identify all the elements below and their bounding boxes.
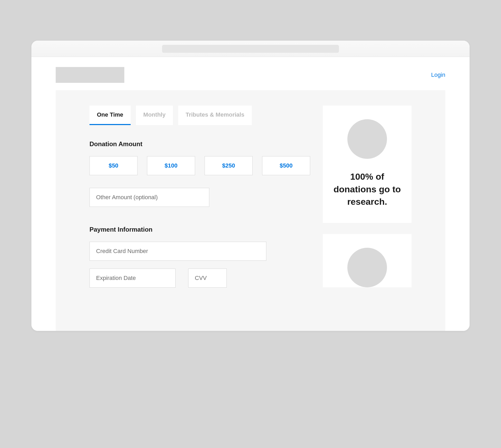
amount-button-100[interactable]: $100	[147, 156, 195, 175]
content-wrap: One Time Monthly Tributes & Memorials Do…	[56, 90, 445, 331]
payment-info-title: Payment Information	[89, 226, 310, 233]
logo-placeholder	[56, 67, 124, 83]
sidebar-headline: 100% of donations go to research.	[332, 170, 403, 208]
address-bar[interactable]	[162, 45, 339, 53]
page-header: Login	[31, 57, 470, 90]
donation-amount-title: Donation Amount	[89, 140, 310, 148]
donation-tabs: One Time Monthly Tributes & Memorials	[89, 106, 310, 125]
cvv-input[interactable]	[188, 269, 227, 288]
amount-button-250[interactable]: $250	[205, 156, 253, 175]
other-amount-input[interactable]	[89, 188, 209, 207]
browser-toolbar	[31, 41, 470, 57]
login-link[interactable]: Login	[431, 72, 445, 78]
sidebar-card-research: 100% of donations go to research.	[323, 106, 412, 223]
browser-frame: Login One Time Monthly Tributes & Memori…	[31, 41, 470, 331]
expiration-date-input[interactable]	[89, 269, 176, 288]
tab-monthly[interactable]: Monthly	[136, 106, 173, 125]
card-number-input[interactable]	[89, 242, 266, 261]
card-details-row	[89, 269, 310, 288]
sidebar-card-secondary	[323, 234, 412, 287]
sidebar-image-placeholder	[347, 248, 387, 287]
amount-button-500[interactable]: $500	[262, 156, 310, 175]
donation-form: One Time Monthly Tributes & Memorials Do…	[89, 106, 310, 331]
sidebar-image-placeholder	[347, 119, 387, 159]
tab-one-time[interactable]: One Time	[89, 106, 131, 125]
tab-tributes[interactable]: Tributes & Memorials	[178, 106, 252, 125]
sidebar: 100% of donations go to research.	[323, 106, 412, 331]
amount-button-50[interactable]: $50	[89, 156, 138, 175]
amount-options: $50 $100 $250 $500	[89, 156, 310, 175]
page: Login One Time Monthly Tributes & Memori…	[31, 57, 470, 331]
